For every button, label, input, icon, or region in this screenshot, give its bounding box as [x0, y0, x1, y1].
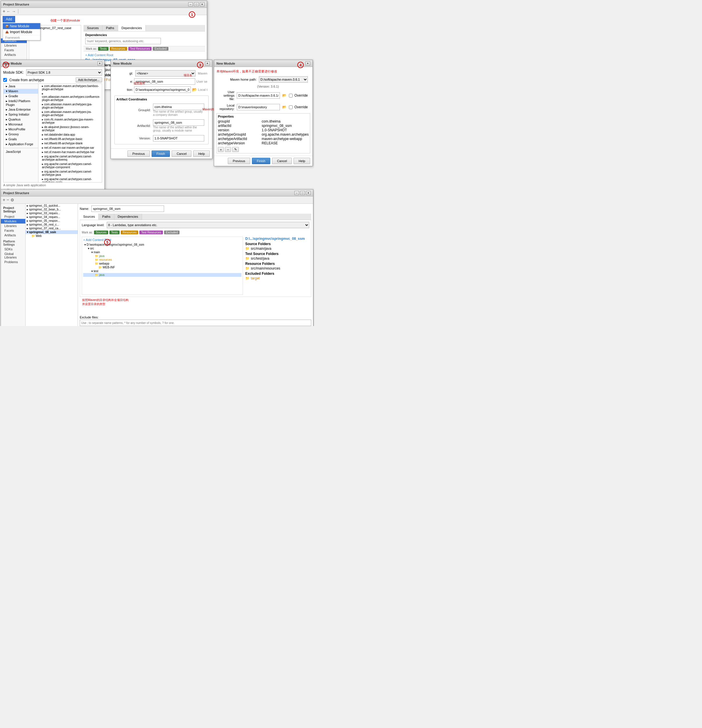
win5-mark-tests[interactable]: Tests — [110, 231, 120, 234]
win4-close[interactable]: ✕ — [306, 61, 310, 65]
win4-settings-folder-icon[interactable]: 📂 — [282, 94, 287, 98]
win4-prop-add[interactable]: + — [218, 147, 224, 152]
win3-cancel-btn[interactable]: Cancel — [172, 150, 192, 157]
win1-maximize[interactable]: □ — [194, 2, 199, 6]
win4-previous-btn[interactable]: Previous — [228, 158, 250, 164]
win1-minimize[interactable]: ─ — [188, 2, 193, 6]
win2-arch-lift-basic[interactable]: ▸ net.liftweb:lift-archetype-basic — [40, 137, 102, 141]
new-module-item[interactable]: 📦 New Module — [3, 23, 40, 29]
win1-libraries-item[interactable]: Libraries — [1, 43, 27, 48]
win3-finish-btn[interactable]: Finish — [151, 150, 170, 157]
win5-module-04[interactable]: ▸ springmvc_04_reques... — [26, 215, 78, 219]
win2-cat-microprofile[interactable]: ▸ MicroProfile — [3, 127, 38, 132]
win5-web-sub[interactable]: 📁 Web — [26, 234, 78, 238]
win2-create-archetype-checkbox[interactable] — [3, 78, 7, 82]
win2-cat-js[interactable]: JavaScript — [3, 149, 38, 154]
win4-user-settings-input[interactable] — [237, 92, 280, 99]
win4-cancel-btn[interactable]: Cancel — [272, 158, 292, 164]
win5-add-icon[interactable]: + — [3, 197, 5, 202]
win1-sources-tab[interactable]: Sources — [84, 25, 102, 31]
win1-paths-tab[interactable]: Paths — [102, 25, 118, 31]
win5-mark-sources[interactable]: Sources — [94, 231, 108, 234]
win1-artifacts-item[interactable]: Artifacts — [1, 52, 27, 57]
win5-tree-webapp[interactable]: 📁 webapp — [83, 262, 241, 266]
win2-arch-jboss[interactable]: ▸ de.akquinet.jbosscc:jbosscc-seam-arche… — [40, 125, 102, 133]
win5-mark-resources[interactable]: Resources — [121, 231, 138, 234]
win2-arch-camel-scala[interactable]: ▸ org.apache.camel.archetypes:camel-arch… — [40, 177, 102, 182]
win4-override2-checkbox[interactable] — [289, 105, 293, 109]
win1-mark-excluded[interactable]: Excluded — [153, 47, 168, 51]
win3-artifactid-input[interactable] — [153, 119, 204, 126]
win2-arch-bamboo[interactable]: ▸ com.atlassian.maven.archetypes:bamboo-… — [40, 84, 102, 91]
win2-cat-spring[interactable]: ▸ Spring Initializr — [3, 112, 38, 117]
win5-module-02[interactable]: ▸ springmvc_02_bean_b... — [26, 208, 78, 211]
win5-artifacts-item[interactable]: Artifacts — [1, 233, 25, 237]
win3-version-input[interactable] — [153, 135, 204, 142]
win2-cat-maven[interactable]: ▾ Maven — [3, 89, 38, 94]
win5-libraries-item[interactable]: Libraries — [1, 224, 25, 228]
win5-settings-icon[interactable]: ⚙ — [10, 198, 14, 202]
win3-previous-btn[interactable]: Previous — [127, 150, 150, 157]
win3-tion-input[interactable] — [134, 87, 191, 93]
win2-add-archetype-btn[interactable]: Add Archetype... — [76, 77, 102, 82]
win2-cat-intellij[interactable]: ▸ IntelliJ Platform Plugin — [3, 99, 38, 107]
win1-add-content-root[interactable]: + Add Content Root — [85, 53, 203, 57]
win5-tree-resources[interactable]: 📁 resources — [83, 258, 241, 262]
win5-lang-select[interactable]: 8 - Lambdas, type annotations etc. — [107, 222, 309, 228]
win1-close[interactable]: ✕ — [200, 2, 205, 6]
win5-mark-test-resources[interactable]: Test Resources — [139, 231, 163, 234]
win2-arch-camel-activemq[interactable]: ▸ org.apache.camel.archetypes:camel-arch… — [40, 154, 102, 162]
win2-arch-dataapp[interactable]: ▸ net.databinder:data-app — [40, 133, 102, 137]
win5-tree-test[interactable]: ▾ test — [83, 269, 241, 273]
win4-prop-edit[interactable]: ✎ — [232, 147, 239, 152]
win5-sdks-item[interactable]: SDKs — [1, 247, 25, 251]
win5-module-03[interactable]: ▸ springmvc_03_reques... — [26, 211, 78, 215]
win4-repo-folder-icon[interactable]: 📂 — [282, 105, 287, 109]
win5-remove-icon[interactable]: − — [6, 197, 9, 202]
win1-mark-resources[interactable]: Resources — [110, 47, 127, 51]
win5-tree-src[interactable]: ▾ src — [83, 247, 241, 250]
win1-facets-item[interactable]: Facets — [1, 48, 27, 52]
win4-maven-home-select[interactable]: D:/soft/apache-maven-3.6.1 — [259, 76, 308, 83]
win5-tree-test-java[interactable]: 📁 java — [83, 273, 241, 277]
win5-tree-webinf[interactable]: 📁 WEB-INF — [83, 266, 241, 269]
win5-exclude-input[interactable] — [80, 319, 311, 326]
win2-cat-micronaut[interactable]: ▸ Micronaut — [3, 122, 38, 127]
win4-prop-remove[interactable]: − — [225, 147, 231, 152]
win2-arch-sar[interactable]: ▸ net.sf.maven-sar:maven-archetype-sar — [40, 146, 102, 150]
win5-project-item[interactable]: Project — [1, 214, 25, 219]
win5-module-07[interactable]: ▸ springmvc_07_rest_ca... — [26, 227, 78, 230]
win2-cat-java[interactable]: ▸ Java — [3, 84, 38, 89]
win2-cat-javaee[interactable]: ▸ Java Enterprise — [3, 107, 38, 112]
win5-paths-tab[interactable]: Paths — [99, 214, 114, 220]
win1-mark-test-resources[interactable]: Test Resources — [128, 47, 152, 51]
win5-global-libraries-item[interactable]: Global Libraries — [1, 251, 25, 260]
win5-module-01[interactable]: ▸ springmvc_01_quickst... — [26, 204, 78, 208]
win5-close[interactable]: ✕ — [306, 191, 311, 195]
win4-finish-btn[interactable]: Finish — [252, 158, 270, 164]
win5-module-08[interactable]: ▾ springmvc_08_ssm — [26, 230, 78, 234]
add-button[interactable]: Add — [3, 16, 15, 22]
win5-maximize[interactable]: □ — [300, 191, 305, 195]
win3-groupid-input[interactable] — [153, 104, 204, 110]
win2-arch-rfc[interactable]: ▸ com.rfc.maven.archetypes:jpa-maven-arc… — [40, 117, 102, 125]
win1-mark-tests[interactable]: Tests — [98, 47, 108, 51]
win2-sdk-select[interactable]: Project SDK 1.8 — [26, 69, 102, 76]
win5-dependencies-tab[interactable]: Dependencies — [114, 214, 142, 220]
win5-facets-item[interactable]: Facets — [1, 228, 25, 233]
win5-tree-java[interactable]: 📁 java — [83, 254, 241, 258]
win5-mark-excluded[interactable]: Excluded — [164, 231, 180, 234]
win2-cat-groovy[interactable]: ▸ Groovy — [3, 132, 38, 137]
win2-arch-camel-java[interactable]: ▸ org.apache.camel.archetypes:camel-arch… — [40, 169, 102, 177]
win5-module-05[interactable]: ▸ springmvc_05_respon... — [26, 219, 78, 223]
win2-arch-camel-comp[interactable]: ▸ org.apache.camel.archetypes:camel-arch… — [40, 162, 102, 169]
win5-module-06[interactable]: ▸ springmvc_06_rest_c... — [26, 223, 78, 227]
win2-cat-gradle[interactable]: ▸ Gradle — [3, 94, 38, 99]
win2-arch-confluence[interactable]: ▸ com.atlassian.maven.archetypes:conflue… — [40, 91, 102, 102]
win3-help-btn[interactable]: Help — [193, 150, 210, 157]
win5-modules-item[interactable]: Modules — [1, 219, 25, 224]
win3-folder-icon[interactable]: 📂 — [192, 87, 197, 92]
win2-arch-jra[interactable]: ▸ com.atlassian.maven.archetypes:jra-plu… — [40, 110, 102, 117]
import-module-item[interactable]: 📥 Import Module — [3, 29, 40, 35]
win2-cat-appforge[interactable]: ▸ Application Forge — [3, 142, 38, 147]
